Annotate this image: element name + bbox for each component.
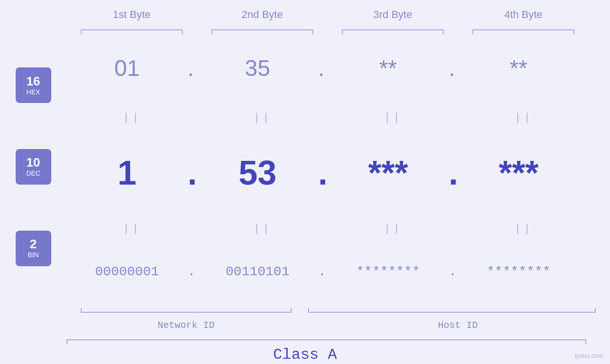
- id-brackets: [66, 299, 610, 317]
- hex-badge: 16 HEX: [16, 67, 51, 103]
- dec-b4: ***: [498, 153, 538, 192]
- byte1-header: 1st Byte: [66, 9, 197, 21]
- header-brackets: [66, 26, 610, 35]
- id-labels: Network ID Host ID: [66, 320, 610, 331]
- class-bracket-line: [66, 339, 586, 340]
- eq2-1: | |: [66, 222, 197, 234]
- eq1-2: | |: [197, 111, 328, 123]
- byte4-header: 4th Byte: [458, 9, 589, 21]
- bin-b3: ********: [356, 264, 420, 279]
- bin-badge-label: BIN: [28, 251, 38, 259]
- host-bracket: [306, 299, 610, 317]
- hex-b3: **: [379, 55, 397, 81]
- class-row: Class A: [0, 336, 610, 364]
- host-id-label: Host ID: [306, 320, 610, 331]
- eq-row-1: | | | | | | | |: [66, 111, 610, 123]
- hex-b1: 01: [114, 55, 140, 81]
- bracket-2: [197, 26, 328, 35]
- byte3-header: 3rd Byte: [328, 9, 458, 21]
- hex-b4: **: [510, 55, 527, 81]
- byte2-header: 2nd Byte: [197, 9, 328, 21]
- eq1-3: | |: [328, 111, 458, 123]
- dec-row: 1 . 53 . *** . ***: [66, 153, 610, 192]
- bin-b1: 00000001: [95, 264, 159, 279]
- eq-row-2: | | | | | | | |: [66, 222, 610, 234]
- network-id-label: Network ID: [66, 320, 306, 331]
- hex-badge-label: HEX: [27, 88, 40, 96]
- eq2-4: | |: [458, 222, 589, 234]
- class-bracket-right: [585, 339, 586, 344]
- bracket-3: [328, 26, 458, 35]
- badges-column: 16 HEX 10 DEC 2 BIN: [0, 35, 66, 299]
- content-area: 16 HEX 10 DEC 2 BIN 01 . 35 . **: [0, 35, 610, 299]
- class-label: Class A: [263, 346, 346, 364]
- watermark: ipshu.com: [575, 352, 603, 359]
- hex-badge-number: 16: [27, 75, 40, 87]
- dec-badge-label: DEC: [26, 169, 40, 177]
- network-bracket: [66, 299, 306, 317]
- hex-b2: 35: [245, 55, 270, 81]
- dec-badge-number: 10: [27, 156, 40, 168]
- eq1-4: | |: [458, 111, 589, 123]
- bin-b2: 00110101: [225, 264, 289, 279]
- hex-row: 01 . 35 . ** . **: [66, 55, 610, 81]
- bracket-1: [66, 26, 197, 35]
- bin-b4: ********: [487, 264, 550, 279]
- bin-row: 00000001 . 00110101 . ******** . *******…: [66, 264, 610, 279]
- bracket-4: [458, 26, 589, 35]
- main-container: 1st Byte 2nd Byte 3rd Byte 4th Byte 16 H…: [0, 0, 610, 364]
- dec-badge: 10 DEC: [16, 149, 51, 185]
- dec-b1: 1: [117, 153, 136, 192]
- dec-b3: ***: [368, 153, 408, 192]
- bin-badge-number: 2: [30, 238, 37, 250]
- eq2-2: | |: [197, 222, 328, 234]
- values-grid: 01 . 35 . ** . ** | | | | | | | | 1: [66, 35, 610, 299]
- bottom-section: Network ID Host ID: [0, 299, 610, 336]
- class-bracket-left: [66, 339, 67, 344]
- dec-b2: 53: [238, 153, 276, 192]
- eq1-1: | |: [66, 111, 197, 123]
- bin-badge: 2 BIN: [16, 231, 51, 266]
- eq2-3: | |: [328, 222, 458, 234]
- byte-headers: 1st Byte 2nd Byte 3rd Byte 4th Byte: [66, 0, 610, 26]
